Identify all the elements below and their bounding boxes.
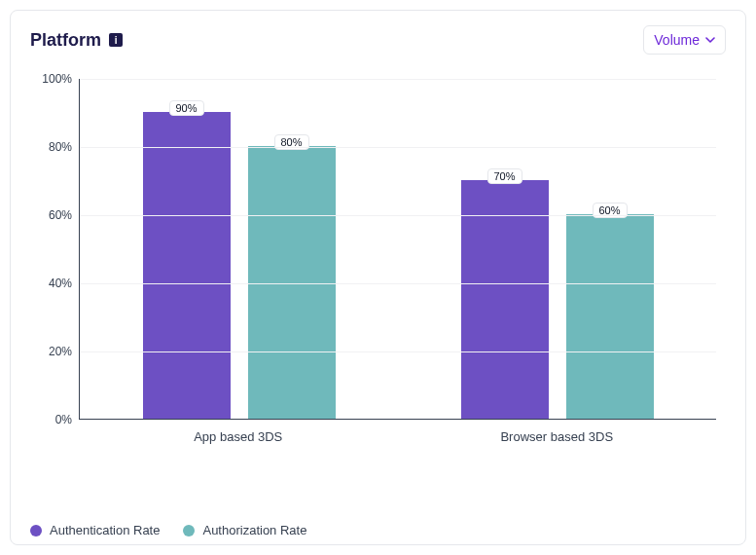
y-tick-label: 0% xyxy=(31,413,72,426)
y-tick-label: 60% xyxy=(31,208,72,222)
legend-item-authorization: Authorization Rate xyxy=(183,523,306,537)
bar: 90% xyxy=(143,112,231,419)
plot-area: 90%80%70%60% 0%20%40%60%80%100% xyxy=(79,79,716,420)
legend-label-authentication: Authentication Rate xyxy=(50,523,160,537)
y-tick-label: 20% xyxy=(31,345,72,358)
x-axis-labels: App based 3DSBrowser based 3DS xyxy=(79,429,716,444)
legend-label-authorization: Authorization Rate xyxy=(202,523,306,537)
bar-value-label: 90% xyxy=(168,100,203,116)
platform-card: Platform i Volume 90%80%70%60% 0%20%40%6… xyxy=(10,10,746,545)
gridline xyxy=(80,352,716,352)
card-title: Platform i xyxy=(30,30,123,51)
y-tick-label: 100% xyxy=(31,72,72,86)
gridline xyxy=(80,147,716,148)
y-tick-label: 40% xyxy=(31,277,72,290)
bar-group: 70%60% xyxy=(398,79,716,419)
legend-item-authentication: Authentication Rate xyxy=(30,523,160,537)
gridline xyxy=(80,283,716,284)
bar-value-label: 70% xyxy=(486,168,522,184)
title-text: Platform xyxy=(30,30,101,51)
y-tick-label: 80% xyxy=(31,140,72,154)
gridline xyxy=(80,215,716,216)
legend: Authentication Rate Authorization Rate xyxy=(30,523,726,537)
info-icon[interactable]: i xyxy=(109,33,123,47)
volume-dropdown[interactable]: Volume xyxy=(643,25,726,55)
chevron-down-icon xyxy=(705,35,715,45)
bar-groups: 90%80%70%60% xyxy=(80,79,716,419)
legend-swatch-authorization xyxy=(183,525,195,536)
bar: 80% xyxy=(248,146,336,419)
bar: 60% xyxy=(566,214,654,419)
x-tick-label: Browser based 3DS xyxy=(398,429,717,444)
bar-group: 90%80% xyxy=(80,79,398,419)
gridline xyxy=(80,79,716,80)
x-tick-label: App based 3DS xyxy=(79,429,398,444)
legend-swatch-authentication xyxy=(30,525,42,536)
dropdown-label: Volume xyxy=(654,32,700,48)
chart-area: 90%80%70%60% 0%20%40%60%80%100% App base… xyxy=(79,79,716,468)
card-header: Platform i Volume xyxy=(30,20,726,59)
